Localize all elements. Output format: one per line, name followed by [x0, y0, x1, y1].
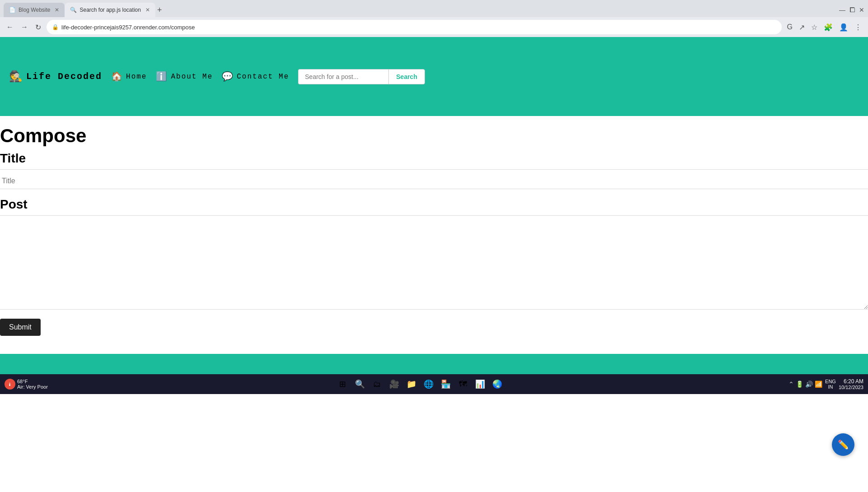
title-input[interactable] — [0, 173, 868, 189]
browser-actions: G ↗ ☆ 🧩 👤 ⋮ — [785, 21, 863, 33]
logo-person-icon: 🕵️ — [9, 70, 23, 83]
maps-button[interactable]: 🗺 — [456, 377, 470, 391]
tab-bar: 📄 Blog Website ✕ 🔍 Search for app.js loc… — [0, 0, 868, 17]
search-taskbar-button[interactable]: 🔍 — [353, 377, 367, 391]
window-restore[interactable]: ⧠ — [849, 6, 855, 14]
main-content: Compose Title Post Submit — [0, 116, 868, 354]
browser-chrome: 📄 Blog Website ✕ 🔍 Search for app.js loc… — [0, 0, 868, 37]
home-icon: 🏠 — [111, 71, 123, 82]
new-tab-button[interactable]: + — [157, 5, 162, 15]
site-footer — [0, 354, 868, 374]
google-icon[interactable]: G — [785, 21, 794, 33]
tab-search-appjs[interactable]: 🔍 Search for app.js location ✕ — [65, 3, 155, 17]
info-icon: ℹ️ — [156, 71, 168, 82]
window-controls: — ⧠ ✕ — [839, 6, 864, 14]
tray-icon-2: 🔊 — [805, 381, 813, 388]
tray-chevron[interactable]: ⌃ — [789, 381, 794, 388]
weather-temp: 68°F — [17, 379, 48, 384]
window-minimize[interactable]: — — [839, 6, 845, 14]
more-menu-icon[interactable]: ⋮ — [853, 21, 863, 33]
taskbar: 🌡 68°F Air: Very Poor ⊞ 🔍 🗂 🎥 📁 🌐 🏪 🗺 📊 … — [0, 374, 868, 394]
address-text: life-decoder-princejais9257.onrender.com… — [61, 24, 195, 31]
title-section: Title — [0, 151, 868, 191]
stats-button[interactable]: 📊 — [473, 377, 487, 391]
contact-icon: 💬 — [222, 71, 234, 82]
start-button[interactable]: ⊞ — [336, 377, 350, 391]
site-header: 🕵️ Life Decoded 🏠 Home ℹ️ About Me 💬 Con… — [0, 37, 868, 116]
tab1-favicon: 📄 — [9, 7, 16, 13]
post-textarea[interactable] — [0, 219, 868, 310]
nav-contact[interactable]: 💬 Contact Me — [222, 71, 289, 82]
nav-links: 🏠 Home ℹ️ About Me 💬 Contact Me Search — [111, 69, 859, 84]
taskbar-center: ⊞ 🔍 🗂 🎥 📁 🌐 🏪 🗺 📊 🌏 — [55, 377, 785, 391]
tab-blog-website[interactable]: 📄 Blog Website ✕ — [4, 3, 65, 17]
weather-widget: 🌡 68°F Air: Very Poor — [5, 379, 48, 390]
post-divider — [0, 215, 868, 216]
title-divider — [0, 169, 868, 170]
weather-icon: 🌡 — [5, 379, 15, 390]
back-button[interactable]: ← — [5, 21, 15, 33]
nav-about-label: About Me — [171, 73, 213, 81]
system-tray: ⌃ 🔋 🔊 📶 — [789, 381, 822, 388]
post-label: Post — [0, 197, 868, 212]
nav-about[interactable]: ℹ️ About Me — [156, 71, 213, 82]
taskbar-left: 🌡 68°F Air: Very Poor — [5, 379, 51, 390]
reload-button[interactable]: ↻ — [33, 21, 43, 33]
taskbar-right: ⌃ 🔋 🔊 📶 ENGIN 6:20 AM 10/12/2023 — [789, 378, 863, 390]
tray-wifi-icon: 📶 — [815, 381, 822, 388]
logo-text: Life Decoded — [26, 71, 102, 82]
extension-icon[interactable]: 🧩 — [822, 21, 835, 33]
address-bar-row: ← → ↻ 🔒 life-decoder-princejais9257.onre… — [0, 17, 868, 37]
website: 🕵️ Life Decoded 🏠 Home ℹ️ About Me 💬 Con… — [0, 37, 868, 374]
lock-icon: 🔒 — [52, 24, 59, 30]
clock-time: 6:20 AM — [839, 378, 863, 385]
weather-text: 68°F Air: Very Poor — [17, 379, 48, 390]
search-input[interactable] — [298, 69, 388, 84]
chrome-button[interactable]: 🌏 — [490, 377, 504, 391]
nav-contact-label: Contact Me — [237, 73, 289, 81]
task-view-button[interactable]: 🗂 — [370, 377, 384, 391]
search-form: Search — [298, 69, 425, 84]
tab2-close[interactable]: ✕ — [145, 7, 150, 13]
clock-date: 10/12/2023 — [839, 385, 863, 390]
nav-home-label: Home — [126, 73, 147, 81]
profile-icon[interactable]: 👤 — [837, 21, 850, 33]
title-label: Title — [0, 151, 868, 166]
site-logo[interactable]: 🕵️ Life Decoded — [9, 70, 102, 83]
forward-button[interactable]: → — [19, 21, 30, 33]
tab1-label: Blog Website — [19, 7, 50, 13]
address-bar[interactable]: 🔒 life-decoder-princejais9257.onrender.c… — [47, 20, 782, 34]
teams-button[interactable]: 🎥 — [387, 377, 401, 391]
tab1-close[interactable]: ✕ — [55, 7, 59, 13]
submit-button[interactable]: Submit — [0, 319, 41, 336]
share-icon[interactable]: ↗ — [797, 21, 807, 33]
post-section: Post — [0, 197, 868, 311]
tray-icon-1: 🔋 — [796, 381, 803, 388]
explorer-button[interactable]: 📁 — [404, 377, 419, 391]
clock: 6:20 AM 10/12/2023 — [839, 378, 863, 390]
window-close[interactable]: ✕ — [859, 6, 864, 14]
weather-condition: Air: Very Poor — [17, 384, 48, 390]
language-indicator: ENGIN — [825, 379, 836, 390]
nav-container: 🕵️ Life Decoded 🏠 Home ℹ️ About Me 💬 Con… — [9, 69, 859, 84]
tab2-label: Search for app.js location — [79, 7, 140, 13]
edge-button[interactable]: 🌐 — [421, 377, 436, 391]
store-button[interactable]: 🏪 — [439, 377, 453, 391]
tab2-favicon: 🔍 — [70, 7, 77, 13]
nav-home[interactable]: 🏠 Home — [111, 71, 147, 82]
bookmark-icon[interactable]: ☆ — [809, 21, 819, 33]
page-title: Compose — [0, 125, 868, 147]
search-button[interactable]: Search — [388, 69, 425, 84]
